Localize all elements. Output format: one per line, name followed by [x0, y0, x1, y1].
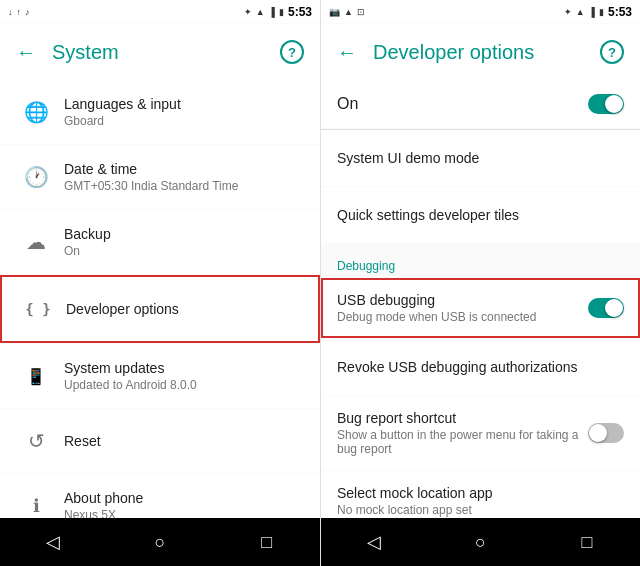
right-panel: 📷 ▲ ⊡ ✦ ▲ ▐ ▮ 5:53 ← Developer options ?…	[320, 0, 640, 566]
recents-nav-right[interactable]: □	[567, 522, 607, 562]
bug-report-toggle[interactable]	[588, 423, 624, 443]
dev-title-bug-report: Bug report shortcut	[337, 410, 588, 426]
toggle-thumb-usb	[605, 299, 623, 317]
status-time: 5:53	[288, 5, 312, 19]
dev-title-system-ui-demo: System UI demo mode	[337, 150, 624, 166]
cast-icon: ⊡	[357, 7, 365, 17]
settings-item-about[interactable]: ℹ About phone Nexus 5X	[0, 474, 320, 518]
debugging-section-header: Debugging	[321, 244, 640, 278]
item-subtitle-about: Nexus 5X	[64, 508, 304, 518]
status-icons-right-panel: 📷 ▲ ⊡	[329, 7, 365, 17]
top-bar-right: ← Developer options ?	[321, 24, 640, 80]
debugging-header-text: Debugging	[337, 259, 395, 273]
dev-on-row[interactable]: On	[321, 80, 640, 128]
item-title-about: About phone	[64, 490, 304, 506]
dev-title-mock-location: Select mock location app	[337, 485, 624, 501]
signal-icon-r: ▐	[589, 7, 595, 17]
status-time-right: 5:53	[608, 5, 632, 19]
developer-options-list: On System UI demo mode Quick settings de…	[321, 80, 640, 518]
dev-on-toggle[interactable]	[588, 94, 624, 114]
status-bar-left: ↓ ↑ ♪ ✦ ▲ ▐ ▮ 5:53	[0, 0, 320, 24]
dev-title-quick-settings: Quick settings developer tiles	[337, 207, 624, 223]
status-right-right-panel: ✦ ▲ ▐ ▮ 5:53	[564, 5, 632, 19]
item-title-system-updates: System updates	[64, 360, 304, 376]
bluetooth-icon: ✦	[244, 7, 252, 17]
dev-subtitle-mock-location: No mock location app set	[337, 503, 624, 517]
dev-item-mock-location[interactable]: Select mock location app No mock locatio…	[321, 471, 640, 518]
back-button-left[interactable]: ←	[16, 41, 36, 64]
system-update-icon: 📱	[16, 356, 56, 396]
developer-icon: { }	[18, 289, 58, 329]
toggle-thumb-bug	[589, 424, 607, 442]
reset-icon: ↺	[16, 421, 56, 461]
settings-item-datetime[interactable]: 🕐 Date & time GMT+05:30 India Standard T…	[0, 145, 320, 209]
settings-item-languages[interactable]: 🌐 Languages & input Gboard	[0, 80, 320, 144]
dev-title-revoke-usb: Revoke USB debugging authorizations	[337, 359, 624, 375]
nav-bar-right: ◁ ○ □	[321, 518, 640, 566]
nav-bar-left: ◁ ○ □	[0, 518, 320, 566]
help-button-right[interactable]: ?	[600, 40, 624, 64]
bluetooth-icon-r: ✦	[564, 7, 572, 17]
item-title-datetime: Date & time	[64, 161, 304, 177]
dev-item-bug-report[interactable]: Bug report shortcut Show a button in the…	[321, 396, 640, 470]
dev-on-label: On	[337, 95, 588, 113]
info-icon: ℹ	[16, 486, 56, 518]
item-title-developer: Developer options	[66, 301, 302, 317]
dev-title-usb-debugging: USB debugging	[337, 292, 588, 308]
item-subtitle-system-updates: Updated to Android 8.0.0	[64, 378, 304, 392]
wifi-icon-r: ▲	[576, 7, 585, 17]
backup-icon: ☁	[16, 222, 56, 262]
item-title-backup: Backup	[64, 226, 304, 242]
dev-subtitle-bug-report: Show a button in the power menu for taki…	[337, 428, 588, 456]
settings-item-system-updates[interactable]: 📱 System updates Updated to Android 8.0.…	[0, 344, 320, 408]
back-nav-left[interactable]: ◁	[33, 522, 73, 562]
battery-icon: ▮	[279, 7, 284, 17]
dev-item-system-ui-demo[interactable]: System UI demo mode	[321, 130, 640, 186]
home-nav-right[interactable]: ○	[460, 522, 500, 562]
dev-item-revoke-usb[interactable]: Revoke USB debugging authorizations	[321, 339, 640, 395]
upload-icon: ↑	[17, 7, 22, 17]
status-bar-right: 📷 ▲ ⊡ ✦ ▲ ▐ ▮ 5:53	[321, 0, 640, 24]
item-subtitle-backup: On	[64, 244, 304, 258]
page-title-right: Developer options	[373, 41, 584, 64]
signal-icon: ▐	[269, 7, 275, 17]
left-panel: ↓ ↑ ♪ ✦ ▲ ▐ ▮ 5:53 ← System ? 🌐 Language…	[0, 0, 320, 566]
usb-debugging-toggle[interactable]	[588, 298, 624, 318]
page-title-left: System	[52, 41, 264, 64]
item-title-languages: Languages & input	[64, 96, 304, 112]
settings-item-developer[interactable]: { } Developer options	[0, 275, 320, 343]
dev-item-quick-settings[interactable]: Quick settings developer tiles	[321, 187, 640, 243]
status-icons-left: ↓ ↑ ♪	[8, 7, 30, 17]
recents-nav-left[interactable]: □	[247, 522, 287, 562]
download-icon: ↓	[8, 7, 13, 17]
dev-subtitle-usb-debugging: Debug mode when USB is connected	[337, 310, 588, 324]
help-button-left[interactable]: ?	[280, 40, 304, 64]
home-nav-left[interactable]: ○	[140, 522, 180, 562]
status-icons-right: ✦ ▲ ▐ ▮ 5:53	[244, 5, 312, 19]
camera-icon: 📷	[329, 7, 340, 17]
music-icon: ♪	[25, 7, 30, 17]
dev-item-usb-debugging[interactable]: USB debugging Debug mode when USB is con…	[321, 278, 640, 338]
back-button-right[interactable]: ←	[337, 41, 357, 64]
top-bar-left: ← System ?	[0, 24, 320, 80]
item-title-reset: Reset	[64, 433, 304, 449]
battery-icon-r: ▮	[599, 7, 604, 17]
item-subtitle-languages: Gboard	[64, 114, 304, 128]
back-nav-right[interactable]: ◁	[354, 522, 394, 562]
settings-list: 🌐 Languages & input Gboard 🕐 Date & time…	[0, 80, 320, 518]
toggle-thumb-on	[605, 95, 623, 113]
settings-item-reset[interactable]: ↺ Reset	[0, 409, 320, 473]
settings-item-backup[interactable]: ☁ Backup On	[0, 210, 320, 274]
language-icon: 🌐	[16, 92, 56, 132]
sound-icon: ▲	[344, 7, 353, 17]
item-subtitle-datetime: GMT+05:30 India Standard Time	[64, 179, 304, 193]
clock-icon: 🕐	[16, 157, 56, 197]
wifi-icon: ▲	[256, 7, 265, 17]
